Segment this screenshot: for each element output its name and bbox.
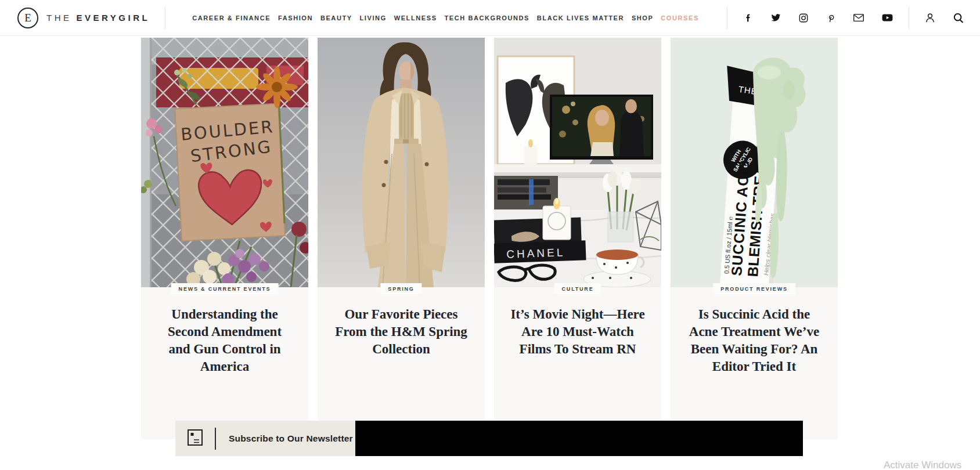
- nav-wellness[interactable]: WELLNESS: [394, 15, 437, 21]
- article-card-movie-night: CHANEL: [494, 38, 661, 439]
- search-icon[interactable]: [952, 12, 965, 24]
- newsletter-bar: Subscribe to Our Newsletter: [175, 421, 803, 456]
- tv-screen: [550, 95, 653, 164]
- pinterest-icon[interactable]: [826, 12, 836, 23]
- newsletter-subscribe-button[interactable]: Subscribe to Our Newsletter: [175, 421, 355, 456]
- newsletter-label: Subscribe to Our Newsletter: [229, 433, 353, 444]
- site-header: E THEEVERYGIRL CAREER & FINANCE FASHION …: [0, 0, 980, 36]
- article-card-gun-control: BOULDER STRONG: [141, 38, 308, 439]
- chanel-book: CHANEL: [494, 217, 586, 263]
- article-title[interactable]: Understanding the Second Amendment and G…: [156, 306, 293, 375]
- category-badge[interactable]: CULTURE: [554, 283, 601, 294]
- nav-tech-backgrounds[interactable]: TECH BACKGROUNDS: [444, 15, 529, 21]
- article-image-fashion[interactable]: [318, 38, 485, 287]
- category-badge[interactable]: NEWS & CURRENT EVENTS: [171, 283, 279, 294]
- facebook-icon[interactable]: [744, 13, 754, 23]
- category-badge[interactable]: PRODUCT REVIEWS: [713, 283, 795, 294]
- nav-beauty[interactable]: BEAUTY: [320, 15, 352, 21]
- article-card-hm-spring: SPRING Our Favorite Pieces From the H&M …: [318, 38, 485, 439]
- social-links: [727, 12, 909, 23]
- nav-black-lives-matter[interactable]: BLACK LIVES MATTER: [537, 15, 624, 21]
- category-badge[interactable]: SPRING: [380, 283, 421, 294]
- header-utilities: [909, 12, 980, 24]
- svg-text:CHANEL: CHANEL: [506, 246, 565, 261]
- logo-word-the: THE: [46, 13, 72, 23]
- article-image-product[interactable]: THEINK WITH SALICYLIC ACID SUCCINIC ACID…: [671, 38, 838, 287]
- everygirl-homepage: E THEEVERYGIRL CAREER & FINANCE FASHION …: [0, 0, 980, 470]
- instagram-icon[interactable]: [798, 13, 809, 23]
- logo-word-name: EVERYGIRL: [77, 13, 150, 23]
- logo-e-mark-icon: E: [17, 8, 38, 28]
- article-card-succinic-acid: THEINK WITH SALICYLIC ACID SUCCINIC ACID…: [671, 38, 838, 439]
- nav-living[interactable]: LIVING: [360, 15, 387, 21]
- article-image-memorial[interactable]: BOULDER STRONG: [141, 38, 308, 287]
- newsletter-page-icon: [187, 429, 203, 449]
- newsletter-divider: [215, 428, 216, 450]
- article-title[interactable]: Our Favorite Pieces From the H&M Spring …: [333, 306, 470, 358]
- email-icon[interactable]: [853, 13, 864, 23]
- article-image-living-room[interactable]: CHANEL: [494, 38, 661, 287]
- nav-career-finance[interactable]: CAREER & FINANCE: [192, 15, 271, 21]
- nav-courses[interactable]: COURSES: [661, 15, 699, 21]
- newsletter-form-area[interactable]: [355, 421, 803, 456]
- youtube-icon[interactable]: [881, 13, 893, 23]
- site-logo[interactable]: E THEEVERYGIRL: [17, 8, 150, 28]
- main-nav: CAREER & FINANCE FASHION BEAUTY LIVING W…: [165, 15, 727, 21]
- windows-activation-watermark: Activate Windows: [884, 460, 961, 470]
- article-grid: BOULDER STRONG: [141, 38, 838, 439]
- person-icon[interactable]: [924, 12, 936, 24]
- logo-wordmark: THEEVERYGIRL: [46, 13, 150, 23]
- twitter-icon[interactable]: [770, 13, 781, 23]
- nav-shop[interactable]: SHOP: [632, 15, 654, 21]
- boulder-strong-sign: BOULDER STRONG: [175, 103, 285, 241]
- article-title[interactable]: It’s Movie Night—Here Are 10 Must-Watch …: [509, 306, 646, 358]
- article-title[interactable]: Is Succinic Acid the Acne Treatment We’v…: [686, 306, 823, 375]
- nav-fashion[interactable]: FASHION: [278, 15, 313, 21]
